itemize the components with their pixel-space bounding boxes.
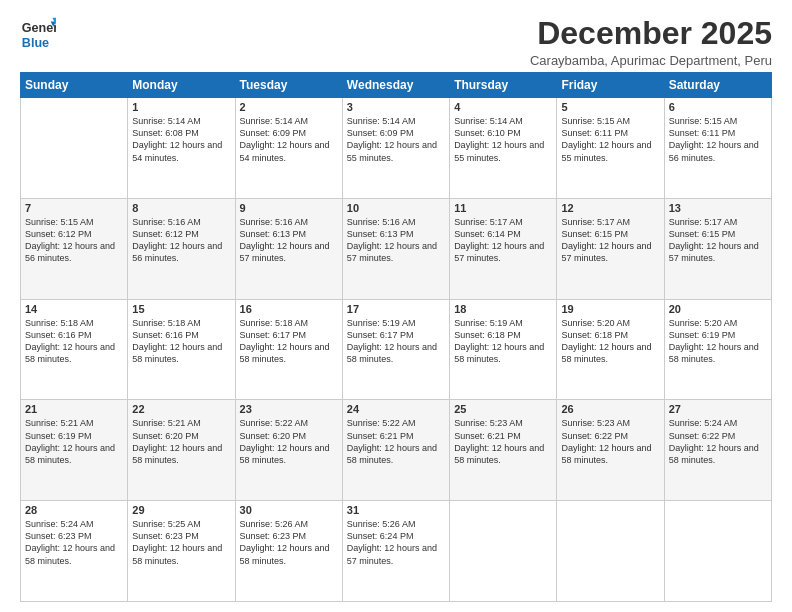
day-number: 3 (347, 101, 445, 113)
cell-text: Sunrise: 5:14 AMSunset: 6:08 PMDaylight:… (132, 116, 222, 162)
calendar-cell (21, 98, 128, 199)
calendar-cell: 30 Sunrise: 5:26 AMSunset: 6:23 PMDaylig… (235, 501, 342, 602)
day-number: 29 (132, 504, 230, 516)
svg-text:General: General (22, 21, 56, 35)
day-number: 6 (669, 101, 767, 113)
calendar-cell: 13 Sunrise: 5:17 AMSunset: 6:15 PMDaylig… (664, 198, 771, 299)
header-right: December 2025 Caraybamba, Apurimac Depar… (530, 16, 772, 68)
cell-text: Sunrise: 5:17 AMSunset: 6:15 PMDaylight:… (561, 217, 651, 263)
calendar-cell: 7 Sunrise: 5:15 AMSunset: 6:12 PMDayligh… (21, 198, 128, 299)
calendar-table: Sunday Monday Tuesday Wednesday Thursday… (20, 72, 772, 602)
calendar-cell: 31 Sunrise: 5:26 AMSunset: 6:24 PMDaylig… (342, 501, 449, 602)
calendar-page: General Blue December 2025 Caraybamba, A… (0, 0, 792, 612)
day-number: 1 (132, 101, 230, 113)
cell-text: Sunrise: 5:18 AMSunset: 6:16 PMDaylight:… (25, 318, 115, 364)
calendar-cell: 17 Sunrise: 5:19 AMSunset: 6:17 PMDaylig… (342, 299, 449, 400)
calendar-cell (664, 501, 771, 602)
cell-text: Sunrise: 5:19 AMSunset: 6:18 PMDaylight:… (454, 318, 544, 364)
day-number: 16 (240, 303, 338, 315)
calendar-cell: 27 Sunrise: 5:24 AMSunset: 6:22 PMDaylig… (664, 400, 771, 501)
calendar-cell: 9 Sunrise: 5:16 AMSunset: 6:13 PMDayligh… (235, 198, 342, 299)
cell-text: Sunrise: 5:21 AMSunset: 6:20 PMDaylight:… (132, 418, 222, 464)
cell-text: Sunrise: 5:17 AMSunset: 6:15 PMDaylight:… (669, 217, 759, 263)
day-number: 28 (25, 504, 123, 516)
location-subtitle: Caraybamba, Apurimac Department, Peru (530, 53, 772, 68)
calendar-cell: 20 Sunrise: 5:20 AMSunset: 6:19 PMDaylig… (664, 299, 771, 400)
col-wednesday: Wednesday (342, 73, 449, 98)
cell-text: Sunrise: 5:14 AMSunset: 6:09 PMDaylight:… (347, 116, 437, 162)
day-number: 26 (561, 403, 659, 415)
day-number: 27 (669, 403, 767, 415)
week-row-4: 21 Sunrise: 5:21 AMSunset: 6:19 PMDaylig… (21, 400, 772, 501)
day-number: 20 (669, 303, 767, 315)
logo: General Blue (20, 16, 56, 52)
cell-text: Sunrise: 5:16 AMSunset: 6:13 PMDaylight:… (347, 217, 437, 263)
col-thursday: Thursday (450, 73, 557, 98)
col-tuesday: Tuesday (235, 73, 342, 98)
cell-text: Sunrise: 5:18 AMSunset: 6:17 PMDaylight:… (240, 318, 330, 364)
day-number: 9 (240, 202, 338, 214)
cell-text: Sunrise: 5:19 AMSunset: 6:17 PMDaylight:… (347, 318, 437, 364)
col-monday: Monday (128, 73, 235, 98)
day-number: 23 (240, 403, 338, 415)
calendar-cell: 23 Sunrise: 5:22 AMSunset: 6:20 PMDaylig… (235, 400, 342, 501)
day-number: 15 (132, 303, 230, 315)
day-number: 25 (454, 403, 552, 415)
cell-text: Sunrise: 5:24 AMSunset: 6:23 PMDaylight:… (25, 519, 115, 565)
day-number: 31 (347, 504, 445, 516)
top-section: General Blue December 2025 Caraybamba, A… (20, 16, 772, 68)
cell-text: Sunrise: 5:15 AMSunset: 6:11 PMDaylight:… (669, 116, 759, 162)
calendar-cell: 25 Sunrise: 5:23 AMSunset: 6:21 PMDaylig… (450, 400, 557, 501)
calendar-cell: 19 Sunrise: 5:20 AMSunset: 6:18 PMDaylig… (557, 299, 664, 400)
calendar-cell: 14 Sunrise: 5:18 AMSunset: 6:16 PMDaylig… (21, 299, 128, 400)
day-number: 14 (25, 303, 123, 315)
calendar-cell: 18 Sunrise: 5:19 AMSunset: 6:18 PMDaylig… (450, 299, 557, 400)
day-number: 8 (132, 202, 230, 214)
cell-text: Sunrise: 5:21 AMSunset: 6:19 PMDaylight:… (25, 418, 115, 464)
cell-text: Sunrise: 5:15 AMSunset: 6:12 PMDaylight:… (25, 217, 115, 263)
month-title: December 2025 (530, 16, 772, 51)
cell-text: Sunrise: 5:23 AMSunset: 6:22 PMDaylight:… (561, 418, 651, 464)
header-row: Sunday Monday Tuesday Wednesday Thursday… (21, 73, 772, 98)
calendar-cell: 26 Sunrise: 5:23 AMSunset: 6:22 PMDaylig… (557, 400, 664, 501)
calendar-cell: 1 Sunrise: 5:14 AMSunset: 6:08 PMDayligh… (128, 98, 235, 199)
svg-text:Blue: Blue (22, 36, 49, 50)
calendar-cell: 8 Sunrise: 5:16 AMSunset: 6:12 PMDayligh… (128, 198, 235, 299)
col-sunday: Sunday (21, 73, 128, 98)
calendar-cell: 16 Sunrise: 5:18 AMSunset: 6:17 PMDaylig… (235, 299, 342, 400)
cell-text: Sunrise: 5:26 AMSunset: 6:24 PMDaylight:… (347, 519, 437, 565)
calendar-cell (557, 501, 664, 602)
calendar-cell: 10 Sunrise: 5:16 AMSunset: 6:13 PMDaylig… (342, 198, 449, 299)
cell-text: Sunrise: 5:18 AMSunset: 6:16 PMDaylight:… (132, 318, 222, 364)
cell-text: Sunrise: 5:15 AMSunset: 6:11 PMDaylight:… (561, 116, 651, 162)
calendar-cell: 12 Sunrise: 5:17 AMSunset: 6:15 PMDaylig… (557, 198, 664, 299)
day-number: 22 (132, 403, 230, 415)
day-number: 17 (347, 303, 445, 315)
col-saturday: Saturday (664, 73, 771, 98)
day-number: 30 (240, 504, 338, 516)
calendar-cell: 11 Sunrise: 5:17 AMSunset: 6:14 PMDaylig… (450, 198, 557, 299)
cell-text: Sunrise: 5:25 AMSunset: 6:23 PMDaylight:… (132, 519, 222, 565)
day-number: 5 (561, 101, 659, 113)
calendar-cell: 3 Sunrise: 5:14 AMSunset: 6:09 PMDayligh… (342, 98, 449, 199)
week-row-1: 1 Sunrise: 5:14 AMSunset: 6:08 PMDayligh… (21, 98, 772, 199)
cell-text: Sunrise: 5:20 AMSunset: 6:18 PMDaylight:… (561, 318, 651, 364)
cell-text: Sunrise: 5:17 AMSunset: 6:14 PMDaylight:… (454, 217, 544, 263)
day-number: 11 (454, 202, 552, 214)
week-row-5: 28 Sunrise: 5:24 AMSunset: 6:23 PMDaylig… (21, 501, 772, 602)
week-row-3: 14 Sunrise: 5:18 AMSunset: 6:16 PMDaylig… (21, 299, 772, 400)
day-number: 21 (25, 403, 123, 415)
day-number: 12 (561, 202, 659, 214)
cell-text: Sunrise: 5:16 AMSunset: 6:13 PMDaylight:… (240, 217, 330, 263)
day-number: 24 (347, 403, 445, 415)
calendar-cell: 5 Sunrise: 5:15 AMSunset: 6:11 PMDayligh… (557, 98, 664, 199)
calendar-cell: 28 Sunrise: 5:24 AMSunset: 6:23 PMDaylig… (21, 501, 128, 602)
week-row-2: 7 Sunrise: 5:15 AMSunset: 6:12 PMDayligh… (21, 198, 772, 299)
cell-text: Sunrise: 5:22 AMSunset: 6:20 PMDaylight:… (240, 418, 330, 464)
calendar-cell (450, 501, 557, 602)
col-friday: Friday (557, 73, 664, 98)
day-number: 18 (454, 303, 552, 315)
calendar-cell: 24 Sunrise: 5:22 AMSunset: 6:21 PMDaylig… (342, 400, 449, 501)
cell-text: Sunrise: 5:23 AMSunset: 6:21 PMDaylight:… (454, 418, 544, 464)
calendar-cell: 2 Sunrise: 5:14 AMSunset: 6:09 PMDayligh… (235, 98, 342, 199)
